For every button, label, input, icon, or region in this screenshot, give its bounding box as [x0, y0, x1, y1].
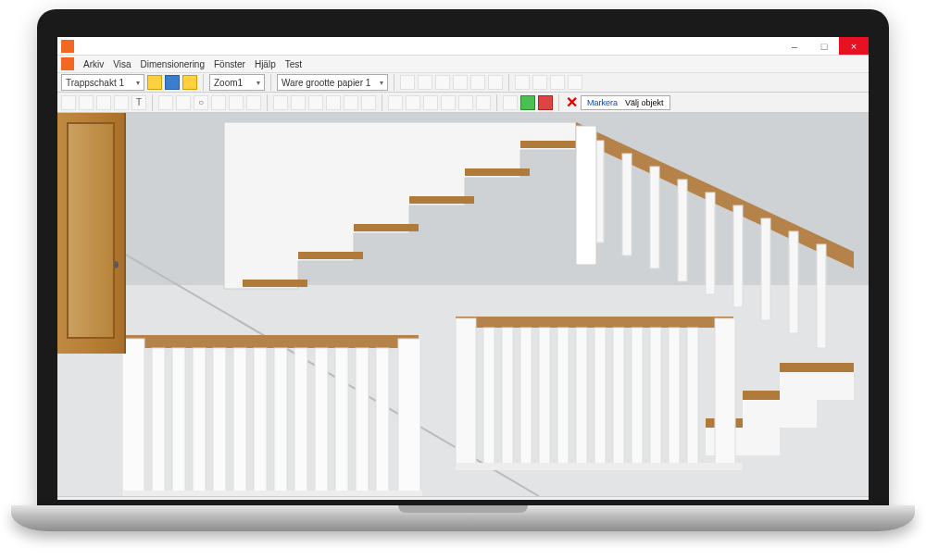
bring-front-icon[interactable] — [550, 75, 565, 90]
extend-icon[interactable] — [406, 95, 420, 110]
app-menu-icon — [61, 57, 74, 70]
svg-rect-55 — [335, 348, 348, 496]
svg-rect-13 — [622, 154, 632, 255]
3d-viewport[interactable] — [57, 113, 869, 496]
align-bottom-icon[interactable] — [488, 75, 503, 90]
svg-rect-36 — [594, 328, 606, 467]
svg-rect-5 — [243, 280, 307, 287]
move-icon[interactable] — [79, 95, 94, 110]
leader-icon[interactable] — [326, 95, 341, 110]
mirror-icon[interactable] — [441, 95, 456, 110]
circle-icon[interactable]: ○ — [194, 95, 208, 110]
status-sp: SP — [757, 500, 768, 501]
status-c4: 1561 — [845, 500, 863, 501]
tool-fill-icon[interactable] — [165, 75, 180, 90]
svg-rect-52 — [274, 348, 287, 496]
svg-rect-38 — [632, 328, 643, 467]
svg-rect-6 — [298, 252, 363, 259]
align-middle-icon[interactable] — [470, 75, 485, 90]
scale-icon[interactable] — [114, 95, 129, 110]
menu-test[interactable]: Test — [285, 59, 302, 69]
svg-rect-31 — [502, 328, 513, 467]
maximize-button[interactable]: □ — [809, 37, 839, 55]
separator — [496, 94, 497, 111]
group-icon[interactable] — [515, 75, 530, 90]
copy-icon[interactable] — [458, 95, 473, 110]
tool-eraser-icon[interactable] — [182, 75, 197, 90]
zoom-value: Zoom1 — [214, 78, 243, 88]
stop-icon[interactable] — [538, 95, 553, 110]
arc-icon[interactable] — [229, 95, 244, 110]
svg-rect-58 — [398, 339, 420, 496]
align-right-icon[interactable] — [435, 75, 450, 90]
render-icon[interactable] — [520, 95, 535, 110]
svg-rect-18 — [761, 218, 770, 320]
rect-icon[interactable] — [176, 95, 191, 110]
separator — [382, 94, 382, 111]
rotate-icon[interactable] — [96, 95, 111, 110]
command-hint: Markera Välj objekt — [581, 95, 670, 110]
zoom-dropdown[interactable]: Zoom1 ▾ — [209, 74, 265, 91]
window-controls: – □ × — [780, 37, 869, 55]
separator — [270, 74, 271, 91]
svg-rect-48 — [193, 348, 206, 496]
menu-hjalp[interactable]: Hjälp — [255, 59, 276, 69]
laptop-frame: – □ × Arkiv Visa Dimensionering Fönster … — [37, 9, 889, 509]
status-right: SP -1700, 0 -38, 1561 — [757, 500, 864, 501]
dimension-icon[interactable] — [308, 95, 323, 110]
hatch-icon[interactable] — [344, 95, 358, 110]
svg-rect-33 — [539, 328, 550, 467]
svg-rect-43 — [456, 463, 743, 470]
svg-rect-49 — [213, 348, 226, 496]
stairwell-value: Trappschakt 1 — [66, 78, 124, 88]
trim-icon[interactable] — [388, 95, 403, 110]
cancel-x-icon[interactable]: ✕ — [565, 93, 578, 111]
offset-icon[interactable] — [423, 95, 438, 110]
select-icon[interactable] — [61, 95, 76, 110]
hint-valj: Välj objekt — [625, 98, 664, 107]
svg-rect-24 — [780, 363, 854, 372]
stairwell-dropdown[interactable]: Trappschakt 1 ▾ — [61, 74, 144, 91]
status-c2: 0 — [805, 500, 809, 501]
svg-rect-54 — [315, 348, 328, 496]
svg-rect-51 — [254, 348, 267, 496]
line-icon[interactable] — [158, 95, 173, 110]
hint-markera: Markera — [587, 98, 618, 107]
svg-rect-29 — [456, 318, 476, 467]
menu-dimensionering[interactable]: Dimensionering — [141, 59, 205, 69]
menu-fonster[interactable]: Fönster — [214, 59, 245, 69]
minimize-button[interactable]: – — [780, 37, 809, 55]
svg-rect-17 — [733, 205, 743, 307]
ellipse-icon[interactable] — [211, 95, 226, 110]
paper-dropdown[interactable]: Ware grootte papier 1 ▾ — [277, 74, 388, 91]
tool-draw-icon[interactable] — [147, 75, 162, 90]
svg-rect-15 — [678, 180, 687, 281]
layer-icon[interactable] — [503, 95, 518, 110]
array-icon[interactable] — [476, 95, 491, 110]
menu-arkiv[interactable]: Arkiv — [83, 59, 104, 69]
chevron-down-icon: ▾ — [257, 79, 260, 87]
align-center-icon[interactable] — [418, 75, 432, 90]
title-bar: – □ × — [57, 37, 869, 56]
svg-rect-57 — [376, 348, 389, 496]
menu-visa[interactable]: Visa — [113, 59, 131, 69]
ungroup-icon[interactable] — [532, 75, 547, 90]
angle-icon[interactable] — [291, 95, 306, 110]
text-icon[interactable]: T — [131, 95, 146, 110]
send-back-icon[interactable] — [568, 75, 582, 90]
align-top-icon[interactable] — [453, 75, 468, 90]
svg-rect-26 — [743, 400, 817, 428]
laptop-base — [11, 505, 915, 531]
polyline-icon[interactable] — [246, 95, 261, 110]
svg-rect-59 — [122, 491, 422, 496]
svg-rect-19 — [789, 231, 798, 333]
measure-icon[interactable] — [273, 95, 288, 110]
close-button[interactable]: × — [839, 37, 869, 55]
svg-rect-53 — [294, 348, 307, 496]
align-left-icon[interactable] — [400, 75, 415, 90]
svg-rect-37 — [613, 328, 624, 467]
svg-rect-56 — [356, 348, 369, 496]
svg-rect-45 — [122, 339, 144, 496]
pattern-icon[interactable] — [361, 95, 376, 110]
separator — [267, 94, 268, 111]
